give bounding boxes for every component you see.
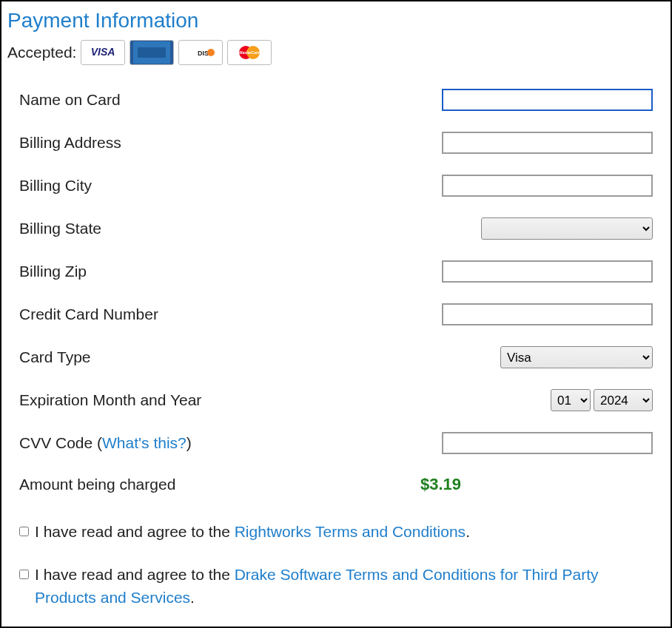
drake-terms-text: I have read and agree to the Drake Softw… [35, 564, 653, 609]
rightworks-terms-text: I have read and agree to the Rightworks … [35, 521, 653, 543]
accepted-cards-row: Accepted: VISA DISC MasterCard [6, 40, 666, 65]
accepted-label: Accepted: [7, 44, 76, 61]
exp-month-select[interactable]: 01 [551, 389, 591, 411]
label-expiration: Expiration Month and Year [19, 391, 201, 409]
rightworks-terms-link[interactable]: Rightworks Terms and Conditions [235, 523, 466, 540]
drake-terms-row: I have read and agree to the Drake Softw… [19, 564, 653, 609]
discover-icon: DISC [178, 40, 223, 65]
row-amount: Amount being charged $3.19 [19, 475, 653, 494]
label-amount: Amount being charged [19, 476, 420, 493]
cc-number-input[interactable] [442, 303, 653, 325]
svg-text:VISA: VISA [91, 47, 115, 58]
card-type-select[interactable]: Visa [500, 346, 653, 368]
row-card-type: Card Type Visa [19, 346, 653, 368]
label-card-type: Card Type [19, 348, 91, 366]
amex-icon [130, 40, 174, 65]
row-billing-zip: Billing Zip [19, 260, 653, 283]
label-cc-number: Credit Card Number [19, 305, 158, 323]
visa-icon: VISA [81, 40, 125, 65]
rightworks-terms-row: I have read and agree to the Rightworks … [19, 521, 653, 543]
row-cc-number: Credit Card Number [19, 303, 653, 325]
billing-address-input[interactable] [442, 132, 653, 154]
form-fields: Name on Card Billing Address Billing Cit… [6, 89, 666, 628]
exp-year-select[interactable]: 2024 [594, 389, 653, 411]
svg-text:MasterCard: MasterCard [240, 50, 261, 55]
label-cvv: CVV Code (What's this?) [19, 434, 192, 452]
row-expiration: Expiration Month and Year 01 2024 [19, 389, 653, 411]
label-billing-zip: Billing Zip [19, 263, 87, 280]
label-billing-state: Billing State [19, 220, 101, 237]
svg-rect-2 [138, 47, 166, 58]
row-billing-state: Billing State [19, 217, 653, 240]
billing-state-select[interactable] [481, 217, 653, 240]
label-name-on-card: Name on Card [19, 91, 121, 109]
svg-point-4 [207, 49, 215, 56]
row-cvv: CVV Code (What's this?) [19, 432, 653, 454]
cvv-input[interactable] [442, 432, 653, 454]
amount-value: $3.19 [420, 475, 461, 494]
expiration-group: 01 2024 [551, 389, 653, 411]
rightworks-terms-checkbox[interactable] [19, 527, 29, 536]
drake-terms-checkbox[interactable] [19, 570, 29, 579]
mastercard-icon: MasterCard [227, 40, 272, 65]
billing-zip-input[interactable] [442, 260, 653, 283]
page-title: Payment Information [6, 9, 666, 33]
cvv-whats-this-link[interactable]: What's this? [102, 434, 187, 451]
label-billing-address: Billing Address [19, 134, 121, 152]
row-name-on-card: Name on Card [19, 89, 653, 111]
row-billing-address: Billing Address [19, 132, 653, 154]
payment-form-container: Payment Information Accepted: VISA DISC … [0, 0, 672, 628]
billing-city-input[interactable] [442, 175, 653, 197]
label-billing-city: Billing City [19, 177, 92, 195]
name-on-card-input[interactable] [442, 89, 653, 111]
row-billing-city: Billing City [19, 175, 653, 197]
